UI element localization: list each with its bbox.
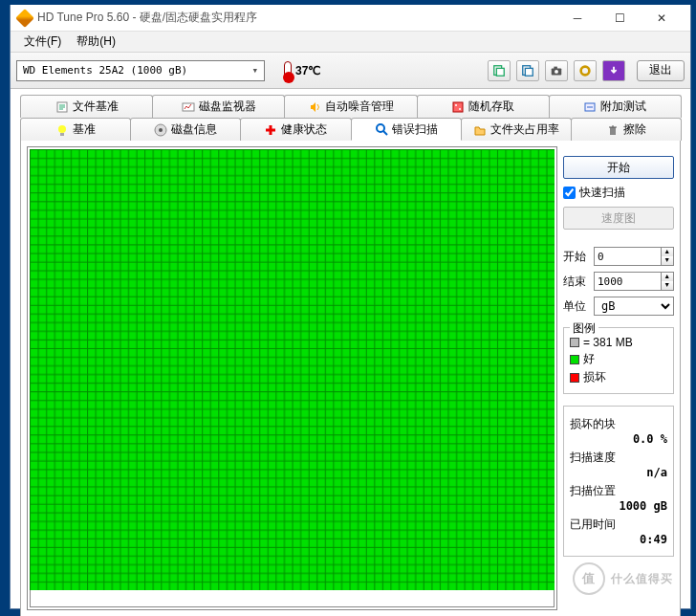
- svg-rect-3: [525, 68, 533, 76]
- speed-map-button: 速度图: [563, 207, 674, 230]
- menu-file[interactable]: 文件(F): [16, 32, 69, 52]
- bad-swatch: [570, 373, 579, 383]
- unit-label: 单位: [563, 298, 590, 315]
- speed-value: n/a: [570, 466, 667, 479]
- damaged-value: 0.0 %: [570, 432, 667, 446]
- temperature-display: 37℃: [284, 61, 320, 80]
- tab-健康状态[interactable]: 健康状态: [240, 118, 351, 141]
- start-spin-up[interactable]: ▲: [662, 248, 673, 256]
- app-icon: [15, 9, 34, 28]
- end-label: 结束: [563, 274, 590, 290]
- bulb-icon: [55, 123, 69, 137]
- unit-field-row: 单位 gB: [563, 297, 674, 316]
- quick-scan-input[interactable]: [563, 187, 576, 199]
- end-field-row: 结束 ▲▼: [563, 272, 674, 291]
- pos-label: 扫描位置: [570, 483, 667, 499]
- speaker-icon: [308, 100, 321, 114]
- thermometer-icon: [284, 61, 292, 80]
- svg-point-5: [555, 69, 558, 73]
- app-window: HD Tune Pro 5.60 - 硬盘/固态硬盘实用程序 ─ ☐ ✕ 文件(…: [10, 5, 691, 609]
- tab-panel: 开始 快速扫描 速度图 开始 ▲▼ 结束: [20, 141, 681, 616]
- random-icon: [451, 100, 465, 114]
- drive-select[interactable]: WD Elements 25A2 (1000 gB): [16, 60, 265, 81]
- svg-rect-15: [60, 133, 64, 136]
- end-input[interactable]: [594, 272, 662, 291]
- svg-point-12: [459, 108, 461, 110]
- titlebar: HD Tune Pro 5.60 - 硬盘/固态硬盘实用程序 ─ ☐ ✕: [11, 5, 690, 32]
- options-button[interactable]: [574, 60, 597, 81]
- tab-附加测试[interactable]: 附加测试: [549, 95, 682, 118]
- tab-随机存取[interactable]: 随机存取: [417, 95, 550, 118]
- start-label: 开始: [563, 249, 590, 265]
- svg-point-11: [455, 104, 457, 106]
- scan-grid: [30, 149, 555, 590]
- svg-rect-9: [183, 103, 194, 111]
- elapsed-value: 0:49: [570, 533, 667, 546]
- start-input[interactable]: [594, 247, 662, 266]
- tab-文件夹占用率[interactable]: 文件夹占用率: [461, 118, 572, 141]
- info-icon: [154, 123, 167, 137]
- scan-grid-container: [27, 146, 557, 610]
- extra-icon: [583, 100, 597, 114]
- menubar: 文件(F) 帮助(H): [11, 32, 690, 53]
- svg-point-17: [159, 128, 163, 132]
- legend-title: 图例: [570, 320, 598, 337]
- side-panel: 开始 快速扫描 速度图 开始 ▲▼ 结束: [563, 146, 674, 610]
- start-spin-down[interactable]: ▼: [662, 256, 673, 265]
- quick-scan-checkbox[interactable]: 快速扫描: [563, 185, 674, 201]
- file-bench-icon: [55, 100, 69, 114]
- end-spin-down[interactable]: ▼: [662, 281, 673, 290]
- health-icon: [264, 123, 277, 137]
- start-button[interactable]: 开始: [563, 156, 674, 179]
- elapsed-label: 已用时间: [570, 517, 667, 533]
- tab-擦除[interactable]: 擦除: [571, 118, 682, 141]
- good-label: 好: [583, 351, 595, 367]
- stats-group: 损坏的块0.0 % 扫描速度n/a 扫描位置1000 gB 已用时间0:49: [563, 406, 674, 557]
- tab-基准[interactable]: 基准: [20, 118, 131, 141]
- save-button[interactable]: [602, 60, 625, 81]
- legend-group: 图例 = 381 MB 好 损坏: [563, 327, 674, 394]
- tab-area: 文件基准磁盘监视器自动噪音管理随机存取附加测试 基准磁盘信息健康状态错误扫描文件…: [11, 89, 690, 616]
- window-title: HD Tune Pro 5.60 - 硬盘/固态硬盘实用程序: [37, 10, 556, 26]
- tab-自动噪音管理[interactable]: 自动噪音管理: [284, 95, 417, 118]
- copy-screenshot-button[interactable]: [516, 60, 539, 81]
- pos-value: 1000 gB: [570, 499, 667, 513]
- block-size-label: = 381 MB: [583, 336, 633, 349]
- trash-icon: [606, 123, 620, 137]
- progress-bar: [30, 590, 555, 607]
- tab-row-2: 基准磁盘信息健康状态错误扫描文件夹占用率擦除: [20, 118, 681, 141]
- tab-磁盘信息[interactable]: 磁盘信息: [130, 118, 241, 141]
- svg-rect-10: [453, 102, 463, 112]
- damaged-label: 损坏的块: [570, 416, 667, 432]
- start-field-row: 开始 ▲▼: [563, 247, 674, 266]
- svg-point-18: [377, 124, 384, 132]
- end-spin-up[interactable]: ▲: [662, 273, 673, 281]
- copy-info-button[interactable]: [488, 60, 511, 81]
- temperature-value: 37℃: [295, 64, 320, 77]
- save-screenshot-button[interactable]: [545, 60, 568, 81]
- svg-rect-6: [554, 66, 557, 69]
- tab-错误扫描[interactable]: 错误扫描: [351, 118, 462, 141]
- svg-rect-1: [496, 68, 504, 76]
- menu-help[interactable]: 帮助(H): [69, 32, 123, 52]
- exit-button[interactable]: 退出: [637, 60, 685, 81]
- minimize-button[interactable]: ─: [556, 5, 598, 32]
- close-button[interactable]: ✕: [641, 5, 683, 32]
- bad-label: 损坏: [583, 369, 606, 385]
- unit-select[interactable]: gB: [594, 297, 674, 316]
- monitor-icon: [182, 100, 195, 114]
- speed-label: 扫描速度: [570, 450, 667, 466]
- maximize-button[interactable]: ☐: [598, 5, 641, 32]
- svg-point-7: [581, 66, 590, 75]
- search-icon: [375, 122, 388, 136]
- tab-磁盘监视器[interactable]: 磁盘监视器: [152, 95, 285, 118]
- toolbar: WD Elements 25A2 (1000 gB) 37℃ 退出: [11, 53, 690, 89]
- svg-point-14: [58, 125, 66, 133]
- quick-scan-label: 快速扫描: [579, 185, 625, 201]
- folder-icon: [473, 123, 487, 137]
- tab-row-1: 文件基准磁盘监视器自动噪音管理随机存取附加测试: [20, 95, 681, 118]
- tab-文件基准[interactable]: 文件基准: [20, 95, 153, 118]
- good-swatch: [570, 355, 579, 364]
- block-swatch: [570, 338, 579, 347]
